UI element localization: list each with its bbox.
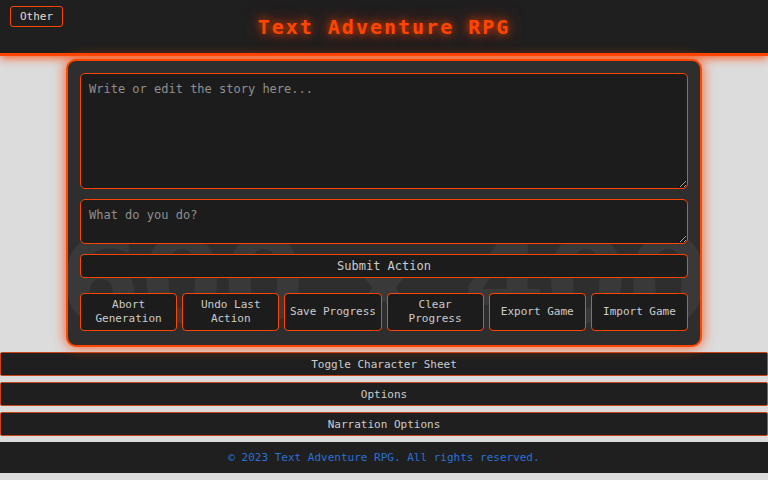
import-game-button[interactable]: Import Game	[591, 293, 688, 331]
action-input[interactable]	[80, 199, 688, 244]
main-area: 600 x 400 Submit Action Abort Generation…	[0, 59, 768, 436]
panel-inner: Submit Action Abort Generation Undo Last…	[80, 73, 688, 331]
abort-generation-button[interactable]: Abort Generation	[80, 293, 177, 331]
clear-progress-button[interactable]: Clear Progress	[387, 293, 484, 331]
other-button[interactable]: Other	[10, 6, 63, 27]
save-progress-button[interactable]: Save Progress	[284, 293, 381, 331]
page-title: Text Adventure RPG	[258, 15, 511, 39]
action-button-row: Abort Generation Undo Last Action Save P…	[80, 293, 688, 331]
copyright-text: © 2023 Text Adventure RPG. All rights re…	[228, 451, 539, 464]
submit-action-button[interactable]: Submit Action	[80, 254, 688, 278]
options-button[interactable]: Options	[0, 382, 768, 406]
toggle-character-sheet-button[interactable]: Toggle Character Sheet	[0, 352, 768, 376]
app-footer: © 2023 Text Adventure RPG. All rights re…	[0, 442, 768, 473]
export-game-button[interactable]: Export Game	[489, 293, 586, 331]
game-panel: 600 x 400 Submit Action Abort Generation…	[66, 59, 702, 347]
narration-options-button[interactable]: Narration Options	[0, 412, 768, 436]
app-header: Other Text Adventure RPG	[0, 0, 768, 56]
undo-last-action-button[interactable]: Undo Last Action	[182, 293, 279, 331]
story-textarea[interactable]	[80, 73, 688, 189]
